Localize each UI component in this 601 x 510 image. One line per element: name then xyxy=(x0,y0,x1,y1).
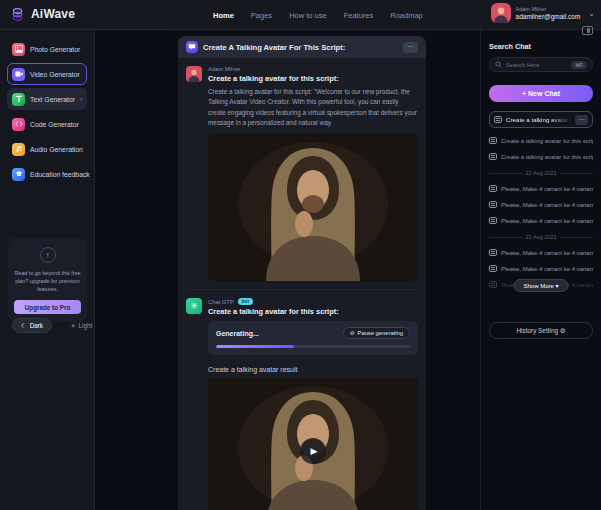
chat-title: Create A Talking Avatar For This Script: xyxy=(203,43,345,52)
pause-generating-button[interactable]: ⊘ Pause generating xyxy=(343,327,410,339)
right-panel: Search Chat ⌘F + New Chat Create a talki… xyxy=(480,30,601,510)
upgrade-to-pro-button[interactable]: Upgrade to Pro xyxy=(14,300,81,314)
sidebar-item-audio-generation[interactable]: Audio Generation xyxy=(7,138,87,160)
sidebar-item-label: Video Generator xyxy=(30,71,80,78)
active-chat-item[interactable]: Create a talking avatar for this scrip ⋯ xyxy=(489,111,593,128)
chat-icon xyxy=(494,116,502,123)
chat-header: Create A Talking Avatar For This Script:… xyxy=(178,36,426,58)
result-video[interactable]: ▶ xyxy=(208,378,418,510)
light-mode-button[interactable]: ☀ Light xyxy=(61,318,101,333)
brand-logo[interactable]: AiWave xyxy=(0,0,170,30)
chat-card: Create A Talking Avatar For This Script:… xyxy=(178,36,426,510)
collapse-panel-icon[interactable] xyxy=(582,26,593,35)
sidebar-item-label: Education feedback xyxy=(30,171,90,178)
chatgpt-avatar-icon: ✳ xyxy=(186,298,202,314)
user-avatar xyxy=(491,3,511,23)
nav-how-to-use[interactable]: How to use xyxy=(289,11,327,20)
user-menu[interactable]: Adam Milner adamilner@gmail.com ⌄ xyxy=(491,3,595,23)
gear-icon: ⚙ xyxy=(560,327,566,334)
sidebar-item-text-generator[interactable]: Text Generator › xyxy=(7,88,87,110)
chat-icon xyxy=(489,153,497,160)
chat-icon xyxy=(489,217,497,224)
text-icon xyxy=(12,93,25,106)
chat-icon xyxy=(489,265,497,272)
bot-message: ✳ Chat GTP bot Create a talking avatar f… xyxy=(186,298,418,510)
bot-author: Chat GTP xyxy=(208,299,234,305)
history-item[interactable]: Please, Make 4 variant ke 4 varian xyxy=(489,201,593,208)
generating-label: Generating... xyxy=(216,330,259,337)
new-chat-button[interactable]: + New Chat xyxy=(489,85,593,102)
source-avatar-image xyxy=(208,133,418,281)
search-input[interactable] xyxy=(506,62,567,68)
sidebar-item-photo-generator[interactable]: Photo Generator xyxy=(7,38,87,60)
sidebar-item-label: Photo Generator xyxy=(30,46,80,53)
chat-history: Create a talking avatar for this scrip C… xyxy=(489,137,593,288)
message-heading: Create a talking avatar for this script: xyxy=(208,74,418,83)
main-nav: Home Pages How to use Features Roadmap xyxy=(213,0,423,30)
chat-icon xyxy=(489,281,497,288)
show-more-button[interactable]: Show More ▾ xyxy=(513,279,568,292)
sidebar-item-education-feedback[interactable]: Education feedback xyxy=(7,163,87,185)
upgrade-card: ↑ Read to go beyond this free plan? upgr… xyxy=(8,238,87,322)
chevron-right-icon: › xyxy=(80,96,82,103)
chat-icon xyxy=(489,185,497,192)
chevron-down-icon[interactable]: ⌄ xyxy=(588,9,595,18)
arrow-up-icon: ↑ xyxy=(40,247,56,263)
search-shortcut-badge: ⌘F xyxy=(571,61,587,69)
history-item[interactable]: Please, Make 4 variant ke 4 varian xyxy=(489,249,593,256)
chat-icon xyxy=(489,137,497,144)
message-author: Adam Milner xyxy=(208,66,418,72)
progress-bar xyxy=(216,345,410,348)
sidebar-item-video-generator[interactable]: Video Generator xyxy=(7,63,87,85)
chat-icon xyxy=(489,201,497,208)
chat-options-button[interactable]: ⋯ xyxy=(575,115,588,125)
message-divider xyxy=(186,289,418,290)
chat-body: Adam Milner Create a talking avatar for … xyxy=(178,58,426,510)
code-icon xyxy=(12,118,25,131)
sun-icon: ☀ xyxy=(70,322,76,329)
message-body: Create a talking avatar for this script:… xyxy=(208,87,418,128)
sidebar-item-label: Code Generator xyxy=(30,121,79,128)
bot-glyph: ✳ xyxy=(190,301,198,311)
sidebar-item-label: Audio Generation xyxy=(30,146,83,153)
aiwave-logo-icon xyxy=(10,7,25,22)
nav-roadmap[interactable]: Roadmap xyxy=(390,11,423,20)
chat-options-button[interactable]: ⋯ xyxy=(403,42,418,53)
caret-down-icon: ▾ xyxy=(556,283,559,289)
sidebar-item-label: Text Generator xyxy=(30,96,75,103)
chat-topic-icon xyxy=(186,41,198,53)
history-date-divider: 21 Aug 2023 xyxy=(489,234,593,240)
pause-icon: ⊘ xyxy=(350,330,355,336)
chat-icon xyxy=(489,249,497,256)
user-name: Adam Milner xyxy=(516,6,581,12)
play-button[interactable]: ▶ xyxy=(300,438,326,464)
left-sidebar: Photo Generator Video Generator Text Gen… xyxy=(0,30,95,510)
history-item[interactable]: Create a talking avatar for this scrip xyxy=(489,153,593,160)
top-bar: AiWave Home Pages How to use Features Ro… xyxy=(0,0,601,30)
nav-home[interactable]: Home xyxy=(213,11,234,20)
result-label: Create a talking avatar result xyxy=(208,366,418,373)
search-icon xyxy=(495,61,502,68)
history-date-divider: 22 Aug 2023 xyxy=(489,170,593,176)
theme-toggle: ☾ Dark ☀ Light xyxy=(12,318,101,333)
sidebar-item-code-generator[interactable]: Code Generator xyxy=(7,113,87,135)
bot-heading: Create a talking avatar for this script: xyxy=(208,307,418,316)
history-item[interactable]: Please, Make 4 variant ke 4 varian xyxy=(489,185,593,192)
dark-mode-button[interactable]: ☾ Dark xyxy=(12,318,52,333)
video-icon xyxy=(12,68,25,81)
history-item[interactable]: Please, Make 4 variant ke 4 varian xyxy=(489,217,593,224)
history-item[interactable]: Please, Make 4 variant ke 4 varian xyxy=(489,265,593,272)
nav-features[interactable]: Features xyxy=(344,11,374,20)
nav-pages[interactable]: Pages xyxy=(251,11,272,20)
audio-icon xyxy=(12,143,25,156)
education-icon xyxy=(12,168,25,181)
history-setting-button[interactable]: History Setting ⚙ xyxy=(489,322,593,339)
search-chat-title: Search Chat xyxy=(489,42,593,51)
generating-panel: Generating... ⊘ Pause generating xyxy=(208,321,418,355)
search-box: ⌘F xyxy=(489,57,593,72)
bot-badge: bot xyxy=(238,298,253,305)
upgrade-text: Read to go beyond this free plan? upgrad… xyxy=(14,269,81,293)
moon-icon: ☾ xyxy=(21,322,27,329)
play-icon: ▶ xyxy=(311,446,318,456)
history-item[interactable]: Create a talking avatar for this scrip xyxy=(489,137,593,144)
